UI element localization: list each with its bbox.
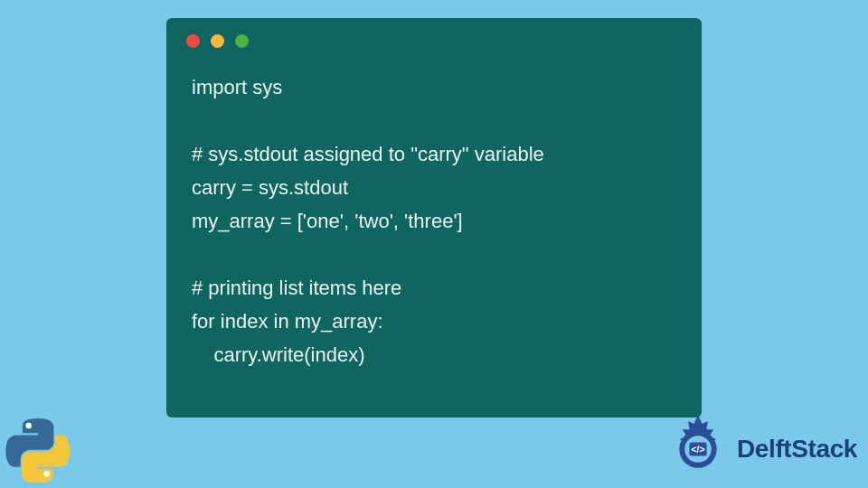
code-block: import sys # sys.stdout assigned to "car… xyxy=(166,59,702,390)
minimize-icon xyxy=(211,34,224,48)
code-line: my_array = ['one', 'two', 'three'] xyxy=(192,210,463,232)
code-line: import sys xyxy=(192,76,282,99)
delftstack-brand: </> DelftStack xyxy=(665,416,857,483)
svg-point-1 xyxy=(44,471,50,476)
code-line: for index in my_array: xyxy=(192,310,383,333)
code-window: import sys # sys.stdout assigned to "car… xyxy=(166,18,702,418)
svg-point-0 xyxy=(25,423,31,428)
svg-text:</>: </> xyxy=(692,445,705,455)
code-line: # printing list items here xyxy=(192,277,401,299)
window-traffic-lights xyxy=(166,18,702,59)
maximize-icon xyxy=(235,34,249,48)
code-line: carry.write(index) xyxy=(192,343,365,366)
delftstack-brand-text: DelftStack xyxy=(737,435,857,464)
close-icon xyxy=(186,34,200,48)
python-logo-icon xyxy=(5,418,71,483)
delftstack-emblem-icon: </> xyxy=(665,416,731,483)
code-line: carry = sys.stdout xyxy=(192,176,348,199)
code-line: # sys.stdout assigned to "carry" variabl… xyxy=(192,143,544,165)
